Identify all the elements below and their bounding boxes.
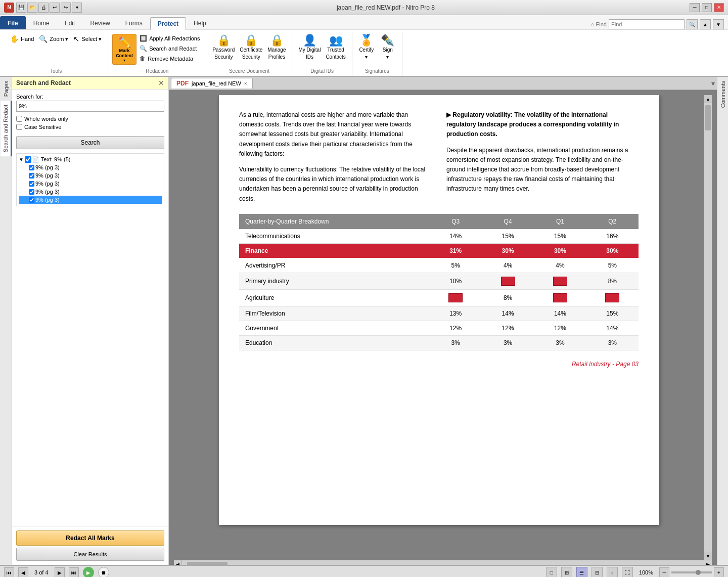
play-btn[interactable]: ▶ — [83, 567, 94, 577]
find-next-btn[interactable]: ▼ — [713, 19, 724, 29]
facing-btn[interactable]: ⊟ — [592, 567, 603, 577]
tab-row: File Home Edit Review Forms Protect Help… — [0, 15, 728, 29]
redo-quick-btn[interactable]: ↪ — [61, 3, 71, 13]
tab-protect[interactable]: Protect — [150, 17, 186, 30]
root-checkbox[interactable] — [25, 156, 31, 163]
expand-icon[interactable]: ▼ — [19, 157, 24, 162]
vertical-scrollbar: ▲ ▼ — [704, 95, 712, 560]
result-3-label: 9% (pg 3) — [35, 181, 60, 187]
tools-buttons: ✋Hand 🔍Zoom ▾ ↖Select ▾ — [8, 32, 104, 67]
single-page-btn[interactable]: □ — [546, 567, 557, 577]
find-prev-btn[interactable]: ▲ — [700, 19, 711, 29]
primary-label: Primary industry — [239, 273, 430, 289]
scroll-thumb[interactable] — [705, 105, 711, 130]
search-and-redact-btn[interactable]: 🔍Search and Redact — [138, 44, 202, 53]
print-quick-btn[interactable]: 🖨 — [38, 3, 49, 13]
whole-words-row: Whole words only — [16, 116, 164, 122]
zoom-in-btn[interactable]: + — [714, 567, 724, 577]
stop-btn[interactable]: ⏹ — [98, 567, 109, 577]
prev-page-btn[interactable]: ◀ — [18, 567, 28, 577]
result-3-checkbox[interactable] — [29, 181, 34, 187]
scroll-right-btn[interactable]: ▶ — [704, 560, 712, 565]
select-tool-btn[interactable]: ↖Select ▾ — [71, 34, 104, 44]
tab-forms[interactable]: Forms — [118, 16, 150, 29]
my-digital-ids-btn[interactable]: 👤 My Digital IDs — [296, 34, 323, 61]
tab-scroll-btn[interactable]: ▾ — [711, 79, 715, 87]
result-4-checkbox[interactable] — [29, 189, 34, 195]
tab-home[interactable]: Home — [26, 16, 57, 29]
ribbon-group-digital-ids: 👤 My Digital IDs 👥 Trusted Contacts Digi… — [292, 32, 352, 76]
result-item-2[interactable]: 9% (pg 3) — [19, 171, 162, 180]
left-sidebar-tabs: Pages Search and Redact — [0, 77, 12, 565]
last-page-btn[interactable]: ⏭ — [69, 567, 79, 577]
scroll-left-btn[interactable]: ◀ — [174, 560, 182, 565]
zoom-out-btn[interactable]: ─ — [659, 567, 669, 577]
whole-words-checkbox[interactable] — [16, 116, 22, 122]
result-2-checkbox[interactable] — [29, 173, 34, 179]
certificate-security-btn[interactable]: 🔒 Certificate Security — [238, 34, 264, 61]
continuous-btn[interactable]: ☰ — [576, 567, 587, 577]
doc-tab-close-btn[interactable]: × — [244, 81, 247, 86]
result-item-1[interactable]: 9% (pg 3) — [19, 163, 162, 171]
advertising-q4: 4% — [482, 258, 534, 273]
redact-all-marks-button[interactable]: Redact All Marks — [16, 530, 164, 546]
zoom-tool-btn[interactable]: 🔍Zoom ▾ — [37, 34, 70, 44]
scroll-down-btn[interactable]: ▼ — [704, 552, 712, 560]
title-bar: N 💾 📂 🖨 ↩ ↪ ▾ japan_file_red NEW.pdf - N… — [0, 0, 728, 15]
primary-q3: 10% — [430, 273, 482, 289]
scroll-up-btn[interactable]: ▲ — [704, 95, 712, 103]
search-button[interactable]: Search — [16, 136, 164, 149]
open-quick-btn[interactable]: 📂 — [27, 3, 37, 13]
window-controls: ─ □ ✕ — [690, 3, 724, 12]
case-sensitive-checkbox[interactable] — [16, 124, 22, 130]
government-q1: 12% — [534, 321, 586, 335]
tab-file[interactable]: File — [0, 16, 26, 29]
finance-q1: 30% — [534, 243, 586, 258]
sign-btn[interactable]: ✒️ Sign ▾ — [378, 34, 398, 61]
hand-tool-btn[interactable]: ✋Hand — [8, 34, 36, 44]
search-input[interactable] — [16, 101, 164, 112]
apply-all-redactions-btn[interactable]: 🔲Apply All Redactions — [138, 34, 202, 43]
result-item-5[interactable]: 9% (pg 3) — [19, 196, 162, 204]
close-btn[interactable]: ✕ — [714, 3, 724, 12]
minimize-btn[interactable]: ─ — [690, 3, 700, 12]
remove-metadata-btn[interactable]: 🗑Remove Metadata — [138, 54, 202, 63]
doc-tab-japan[interactable]: PDF japan_file_red NEW × — [171, 78, 253, 88]
tab-help[interactable]: Help — [186, 16, 214, 29]
manage-profiles-btn[interactable]: 🔒 Manage Profiles — [265, 34, 288, 61]
zoom-slider[interactable] — [671, 571, 712, 573]
save-quick-btn[interactable]: 💾 — [16, 3, 26, 13]
qa-dropdown-btn[interactable]: ▾ — [72, 3, 82, 13]
redacted-cell — [553, 277, 567, 286]
password-security-btn[interactable]: 🔒 Password Security — [210, 34, 237, 61]
next-page-btn[interactable]: ▶ — [55, 567, 65, 577]
fullscreen-btn[interactable]: ⛶ — [622, 567, 633, 577]
result-1-checkbox[interactable] — [29, 165, 34, 170]
two-page-btn[interactable]: ⊞ — [561, 567, 572, 577]
find-search-btn[interactable]: 🔍 — [687, 19, 698, 29]
first-page-btn[interactable]: ⏮ — [4, 567, 14, 577]
panel-close-btn[interactable]: ✕ — [158, 79, 164, 87]
mark-content-btn[interactable]: ✏️ Mark Content ▾ — [112, 34, 136, 65]
comments-tab[interactable]: Comments — [718, 77, 728, 112]
trusted-contacts-btn[interactable]: 👥 Trusted Contacts — [324, 34, 347, 61]
restore-btn[interactable]: □ — [702, 3, 712, 12]
tab-edit[interactable]: Edit — [57, 16, 83, 29]
tab-review[interactable]: Review — [82, 16, 117, 29]
pdf-scroll-container[interactable]: As a rule, international costs are highe… — [174, 95, 704, 560]
row-q1: 15% — [534, 229, 586, 244]
undo-quick-btn[interactable]: ↩ — [50, 3, 60, 13]
h-scroll-thumb[interactable] — [187, 562, 228, 565]
clear-results-button[interactable]: Clear Results — [16, 548, 164, 561]
result-5-checkbox[interactable] — [29, 197, 34, 203]
search-redact-sidebar-tab[interactable]: Search and Redact — [1, 101, 12, 156]
scroll-btn[interactable]: ↕ — [607, 567, 618, 577]
pages-sidebar-tab[interactable]: Pages — [1, 77, 11, 101]
ribbon-group-redaction: ✏️ Mark Content ▾ 🔲Apply All Redactions … — [108, 32, 206, 76]
find-input[interactable] — [609, 19, 685, 29]
zoom-slider-thumb[interactable] — [696, 570, 701, 575]
result-item-3[interactable]: 9% (pg 3) — [19, 180, 162, 188]
certify-btn[interactable]: 🏅 Certify ▾ — [356, 34, 377, 61]
scroll-track — [704, 103, 712, 552]
result-item-4[interactable]: 9% (pg 3) — [19, 188, 162, 196]
